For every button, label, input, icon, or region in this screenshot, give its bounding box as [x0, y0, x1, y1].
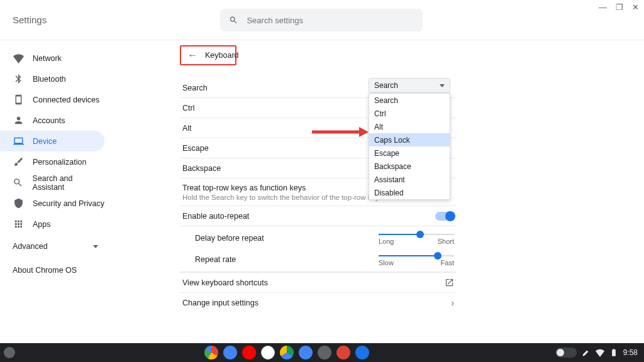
- stylus-icon: [582, 348, 591, 357]
- shelf-app-icon[interactable]: [355, 346, 369, 359]
- sidebar-item-security-privacy[interactable]: Security and Privacy: [0, 193, 104, 214]
- sidebar-item-label: Device: [33, 137, 57, 146]
- battery-icon: [609, 348, 618, 357]
- dropdown-option[interactable]: Backspace: [369, 160, 450, 173]
- delay-max-label: Short: [438, 238, 454, 245]
- sidebar-item-personalization[interactable]: Personalization: [0, 151, 104, 172]
- status-area[interactable]: 9:58: [555, 348, 644, 358]
- search-icon: [229, 15, 238, 25]
- rate-slider[interactable]: [379, 255, 454, 256]
- key-label: Ctrl: [182, 104, 194, 112]
- sidebar-item-accounts[interactable]: Accounts: [0, 110, 104, 131]
- launcher-button[interactable]: [0, 347, 19, 358]
- shelf-app-icon[interactable]: [242, 346, 256, 359]
- about-label: About Chrome OS: [13, 266, 77, 275]
- wifi-icon: [596, 348, 604, 357]
- dropdown-option[interactable]: Alt: [369, 120, 450, 133]
- sidebar-item-device[interactable]: Device: [0, 131, 104, 151]
- sidebar-item-label: Bluetooth: [33, 75, 66, 84]
- device-icon: [13, 94, 24, 106]
- function-keys-subtitle: Hold the Search key to switch the behavi…: [182, 194, 382, 201]
- sidebar-item-label: Network: [33, 54, 62, 63]
- delay-label: Delay before repeat: [195, 234, 308, 243]
- sidebar-item-connected-devices[interactable]: Connected devices: [0, 89, 104, 110]
- shelf-app-icon[interactable]: [223, 346, 237, 359]
- app-header: Settings: [0, 0, 644, 40]
- change-input-label: Change input settings: [182, 299, 258, 307]
- sidebar-about[interactable]: About Chrome OS: [0, 258, 119, 282]
- brush-icon: [13, 156, 24, 168]
- open-external-icon: [445, 278, 454, 287]
- change-input-link[interactable]: Change input settings ›: [180, 292, 457, 312]
- apps-icon: [13, 219, 24, 230]
- sidebar-item-bluetooth[interactable]: Bluetooth: [0, 69, 104, 89]
- key-label: Alt: [182, 124, 192, 133]
- auto-repeat-label: Enable auto-repeat: [182, 212, 249, 221]
- dropdown-selected-label: Search: [374, 81, 398, 90]
- dropdown-option[interactable]: Caps Lock: [369, 133, 450, 146]
- person-icon: [13, 115, 24, 126]
- app-title: Settings: [13, 14, 47, 25]
- dropdown-option[interactable]: Assistant: [369, 173, 450, 186]
- main-content: ← Keyboard Search Ctrl Alt Escape Backsp…: [119, 40, 644, 343]
- delay-min-label: Long: [379, 238, 394, 245]
- search-input[interactable]: [247, 16, 414, 25]
- sidebar: Network Bluetooth Connected devices Acco…: [0, 40, 119, 343]
- sidebar-item-apps[interactable]: Apps: [0, 214, 104, 234]
- shield-icon: [13, 198, 24, 209]
- key-label: Search: [182, 84, 208, 92]
- rate-label: Repeat rate: [195, 255, 308, 264]
- search-icon: [13, 177, 24, 189]
- chevron-down-icon: [93, 245, 98, 248]
- shelf-apps: [19, 346, 555, 359]
- auto-repeat-row: Enable auto-repeat: [180, 206, 457, 226]
- sidebar-item-label: Apps: [33, 220, 51, 229]
- delay-slider[interactable]: [379, 234, 454, 235]
- dropdown-list: Search Ctrl Alt Caps Lock Escape Backspa…: [369, 93, 450, 200]
- search-key-dropdown: Search Search Ctrl Alt Caps Lock Escape …: [369, 78, 450, 200]
- bluetooth-icon: [13, 74, 24, 85]
- rate-max-label: Fast: [441, 259, 454, 266]
- sidebar-item-label: Search and Assistant: [33, 174, 104, 192]
- chevron-right-icon: ›: [451, 298, 454, 308]
- subpage-title: Keyboard: [205, 51, 239, 60]
- shelf-app-icon[interactable]: [261, 346, 275, 359]
- shelf-app-icon[interactable]: [299, 346, 313, 359]
- dropdown-option[interactable]: Escape: [369, 146, 450, 160]
- dropdown-option[interactable]: Search: [369, 94, 450, 107]
- dropdown-selected[interactable]: Search: [369, 78, 450, 93]
- subpage-header: ← Keyboard: [180, 45, 236, 65]
- back-arrow-icon[interactable]: ←: [187, 50, 197, 61]
- dropdown-option[interactable]: Ctrl: [369, 107, 450, 120]
- sidebar-item-search-assistant[interactable]: Search and Assistant: [0, 172, 104, 193]
- wifi-icon: [13, 53, 24, 64]
- shelf-app-icon[interactable]: [336, 346, 350, 359]
- sidebar-item-label: Connected devices: [33, 96, 99, 104]
- key-label: Escape: [182, 144, 209, 153]
- key-label: Backspace: [182, 164, 221, 173]
- keyboard-panel: ← Keyboard Search Ctrl Alt Escape Backsp…: [180, 40, 457, 343]
- sidebar-item-network[interactable]: Network: [0, 48, 104, 69]
- shelf: 9:58: [0, 343, 644, 362]
- advanced-label: Advanced: [13, 242, 48, 251]
- shelf-app-icon[interactable]: [280, 346, 294, 359]
- chevron-down-icon: [440, 84, 445, 87]
- sidebar-item-label: Accounts: [33, 116, 65, 125]
- sidebar-advanced[interactable]: Advanced: [0, 234, 119, 258]
- notification-pill[interactable]: [555, 348, 577, 358]
- function-keys-title: Treat top-row keys as function keys: [182, 184, 306, 192]
- shelf-app-icon[interactable]: [204, 346, 218, 359]
- view-shortcuts-link[interactable]: View keyboard shortcuts: [180, 272, 457, 292]
- view-shortcuts-label: View keyboard shortcuts: [182, 278, 268, 287]
- auto-repeat-toggle[interactable]: [435, 212, 454, 221]
- sidebar-item-label: Security and Privacy: [33, 199, 104, 208]
- delay-slider-row: Delay before repeat Long Short: [180, 226, 457, 248]
- clock: 9:58: [623, 348, 638, 357]
- rate-slider-row: Repeat rate Slow Fast: [180, 248, 457, 272]
- sidebar-item-label: Personalization: [33, 158, 86, 167]
- shelf-app-icon[interactable]: [318, 346, 331, 359]
- dropdown-option[interactable]: Disabled: [369, 186, 450, 199]
- laptop-icon: [13, 136, 24, 147]
- rate-min-label: Slow: [379, 259, 394, 266]
- search-box[interactable]: [220, 9, 423, 31]
